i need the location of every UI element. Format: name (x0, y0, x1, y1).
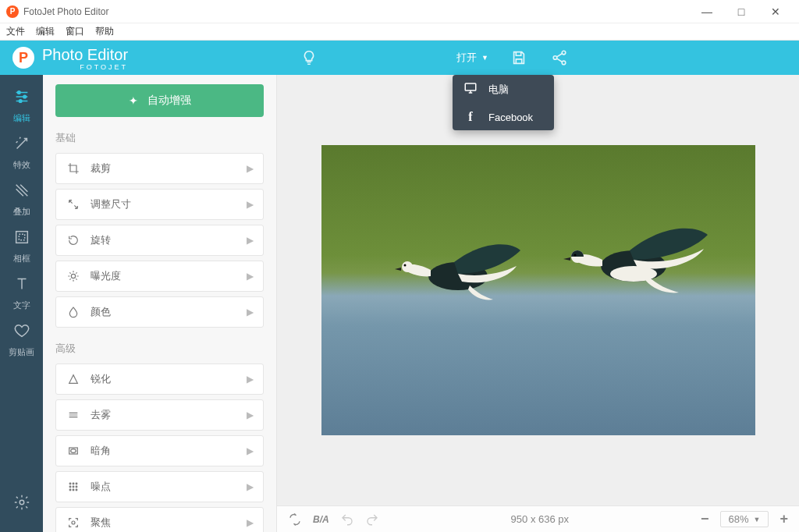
chevron-right-icon: ▶ (247, 235, 254, 246)
menu-help[interactable]: 帮助 (95, 25, 114, 38)
menu-file[interactable]: 文件 (6, 25, 25, 38)
maximize-button[interactable]: □ (724, 0, 758, 23)
app-icon: P (6, 5, 19, 18)
rail-overlays[interactable]: 叠加 (0, 176, 43, 223)
caret-down-icon: ▼ (754, 516, 761, 523)
svg-point-23 (402, 261, 413, 272)
rail-frames[interactable]: 相框 (0, 223, 43, 270)
tool-label: 锐化 (91, 372, 247, 386)
droplet-icon (66, 306, 81, 318)
section-advanced-label: 高级 (55, 342, 264, 356)
tool-label: 颜色 (91, 305, 247, 319)
rail-label: 文字 (13, 300, 30, 311)
menu-edit[interactable]: 编辑 (36, 25, 55, 38)
zoom-value: 68% (729, 513, 749, 525)
rail-edit[interactable]: 编辑 (0, 83, 43, 129)
rail-label: 剪贴画 (9, 346, 34, 358)
svg-point-1 (23, 95, 26, 98)
svg-point-14 (76, 486, 77, 488)
resize-icon (66, 198, 81, 211)
menu-bar: 文件 编辑 窗口 帮助 (0, 23, 799, 41)
tool-vignette[interactable]: 暗角 ▶ (55, 435, 264, 466)
facebook-icon: f (463, 110, 478, 124)
top-toolbar: 打开 ▼ (277, 41, 799, 75)
heart-icon (13, 322, 30, 343)
before-after-button[interactable]: B/A (313, 514, 329, 525)
rail-label: 特效 (13, 159, 30, 171)
minimize-button[interactable]: — (690, 0, 724, 23)
tool-resize[interactable]: 调整尺寸 ▶ (55, 189, 264, 220)
undo-button[interactable] (340, 512, 354, 527)
tool-exposure[interactable]: 曝光度 ▶ (55, 261, 264, 292)
zoom-in-button[interactable]: + (779, 511, 788, 527)
svg-point-16 (73, 489, 74, 491)
svg-point-17 (76, 489, 77, 491)
rail-label: 编辑 (13, 112, 30, 124)
logo-subtitle: FOTOJET (42, 64, 128, 70)
zoom-out-button[interactable]: − (701, 511, 709, 527)
svg-point-13 (73, 486, 74, 488)
rail-text[interactable]: 文字 (0, 270, 43, 317)
sparkle-icon: ✦ (129, 94, 138, 107)
svg-point-0 (17, 91, 20, 94)
rail-label: 相框 (13, 253, 30, 264)
svg-point-18 (72, 521, 75, 524)
auto-enhance-label: 自动增强 (147, 94, 191, 108)
redo-button[interactable] (365, 512, 379, 527)
svg-point-9 (69, 483, 71, 484)
tool-crop[interactable]: 裁剪 ▶ (55, 153, 264, 184)
photo-image (321, 145, 755, 435)
logo-text: Photo Editor FOTOJET (42, 46, 128, 70)
menu-window[interactable]: 窗口 (66, 25, 84, 38)
svg-point-11 (76, 483, 77, 484)
dehaze-icon (66, 409, 81, 421)
svg-rect-3 (16, 232, 27, 243)
zoom-selector[interactable]: 68% ▼ (720, 511, 769, 527)
tool-sharpen[interactable]: 锐化 ▶ (55, 364, 264, 395)
title-bar: P FotoJet Photo Editor — □ ✕ (0, 0, 799, 23)
close-button[interactable]: ✕ (758, 0, 793, 23)
dropdown-item-computer[interactable]: 电脑 (453, 75, 554, 104)
vignette-icon (66, 445, 81, 457)
tool-label: 旋转 (91, 233, 247, 247)
open-dropdown-button[interactable]: 打开 ▼ (450, 48, 495, 68)
canvas[interactable] (277, 75, 799, 505)
tool-label: 曝光度 (91, 269, 247, 283)
rail-clipart[interactable]: 剪贴画 (0, 317, 43, 364)
tool-noise[interactable]: 噪点 ▶ (55, 471, 264, 502)
magic-wand-icon (13, 135, 30, 156)
chevron-right-icon: ▶ (247, 163, 254, 174)
svg-point-27 (574, 254, 576, 257)
svg-rect-4 (19, 234, 24, 239)
rail-settings[interactable] (0, 487, 43, 524)
open-dropdown-menu: 电脑 f Facebook (453, 75, 554, 130)
tool-dehaze[interactable]: 去雾 ▶ (55, 399, 264, 431)
tip-button[interactable] (293, 44, 325, 71)
chevron-right-icon: ▶ (247, 307, 254, 317)
tool-focus[interactable]: 聚焦 ▶ (55, 507, 264, 532)
auto-enhance-button[interactable]: ✦ 自动增强 (55, 84, 264, 117)
chevron-right-icon: ▶ (247, 517, 254, 528)
save-button[interactable] (502, 44, 535, 71)
overlay-icon (13, 182, 30, 203)
chevron-right-icon: ▶ (247, 199, 254, 210)
crop-icon (66, 162, 81, 175)
tool-color[interactable]: 颜色 ▶ (55, 296, 264, 328)
open-label: 打开 (456, 51, 477, 65)
side-rail: 编辑 特效 叠加 相框 文字 剪贴画 (0, 41, 43, 532)
dimensions-label: 950 x 636 px (511, 513, 569, 525)
compare-button[interactable] (288, 512, 302, 527)
share-button[interactable] (543, 44, 576, 71)
tool-label: 暗角 (91, 444, 247, 458)
brightness-icon (66, 270, 81, 282)
svg-point-28 (610, 266, 657, 282)
status-bar: B/A 950 x 636 px − 68% ▼ + (277, 505, 799, 532)
tool-rotate[interactable]: 旋转 ▶ (55, 225, 264, 256)
svg-point-8 (71, 449, 76, 453)
rail-effects[interactable]: 特效 (0, 129, 43, 176)
dropdown-label: Facebook (488, 112, 533, 123)
chevron-right-icon: ▶ (247, 374, 254, 385)
sliders-icon (13, 88, 30, 109)
svg-point-2 (19, 100, 22, 103)
dropdown-item-facebook[interactable]: f Facebook (453, 104, 554, 130)
